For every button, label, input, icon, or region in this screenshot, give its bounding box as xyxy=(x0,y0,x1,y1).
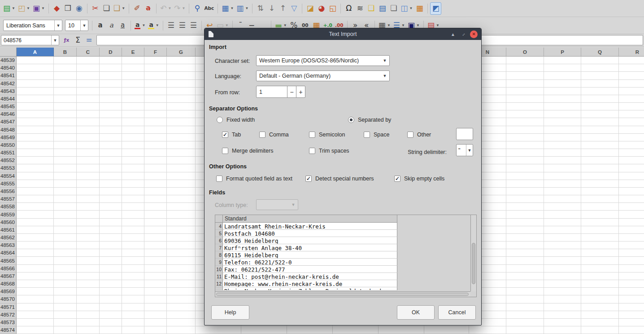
cell[interactable] xyxy=(77,234,100,242)
chevron-down-icon[interactable]: ▼ xyxy=(80,20,88,31)
cell[interactable] xyxy=(122,226,144,234)
cell[interactable] xyxy=(122,157,144,164)
cell[interactable] xyxy=(544,80,581,88)
cell[interactable] xyxy=(122,219,144,226)
undo-button[interactable]: ↶▼ xyxy=(159,2,173,15)
preview-column-header[interactable]: Standard xyxy=(223,215,397,223)
print-preview-button[interactable]: ◉ xyxy=(74,2,85,15)
cell[interactable] xyxy=(544,211,581,218)
cell[interactable] xyxy=(144,249,167,257)
cell[interactable] xyxy=(544,203,581,211)
cell[interactable] xyxy=(581,57,619,64)
row-header-48544[interactable]: 48544 xyxy=(0,95,17,103)
row-header-48539[interactable]: 48539 xyxy=(0,57,17,64)
cell[interactable] xyxy=(544,234,581,242)
cell[interactable] xyxy=(544,326,581,334)
preview-row[interactable]: 10Fax: 06221/522-477 xyxy=(215,266,397,273)
cell[interactable] xyxy=(469,326,506,334)
fixed-width-radio[interactable]: Fixed width xyxy=(217,116,255,123)
cell[interactable] xyxy=(544,295,581,303)
cell[interactable] xyxy=(122,134,144,141)
row-header-48560[interactable]: 48560 xyxy=(0,219,17,226)
cell[interactable] xyxy=(167,249,196,257)
cell[interactable] xyxy=(54,265,77,272)
cell[interactable] xyxy=(77,319,100,326)
clone-formatting-button[interactable]: ✐ xyxy=(131,2,143,15)
cell[interactable] xyxy=(619,80,644,88)
column-header-q[interactable]: Q xyxy=(581,48,619,57)
cell[interactable] xyxy=(122,211,144,218)
cell[interactable] xyxy=(544,95,581,103)
cell[interactable] xyxy=(100,195,122,203)
cell[interactable] xyxy=(17,188,54,195)
cell[interactable] xyxy=(167,172,196,180)
cell[interactable] xyxy=(581,226,619,234)
cell[interactable] xyxy=(581,211,619,218)
cell[interactable] xyxy=(581,203,619,211)
row-header-48556[interactable]: 48556 xyxy=(0,188,17,195)
cell[interactable] xyxy=(122,195,144,203)
cell[interactable] xyxy=(506,280,544,288)
cell[interactable] xyxy=(122,57,144,64)
row-header-48571[interactable]: 48571 xyxy=(0,303,17,311)
cell[interactable] xyxy=(167,326,196,334)
cell[interactable] xyxy=(17,280,54,288)
row-header-48574[interactable]: 48574 xyxy=(0,326,17,334)
cell[interactable] xyxy=(544,249,581,257)
cell[interactable] xyxy=(581,288,619,295)
sort-button[interactable]: ⇅ xyxy=(255,2,266,15)
cell[interactable] xyxy=(619,95,644,103)
cell[interactable] xyxy=(619,265,644,272)
new-spreadsheet-button[interactable]: ▤▼ xyxy=(2,2,17,15)
cell[interactable] xyxy=(544,280,581,288)
cell[interactable] xyxy=(17,110,54,118)
cell[interactable] xyxy=(506,326,544,334)
cell[interactable] xyxy=(581,95,619,103)
cell[interactable] xyxy=(619,180,644,188)
find-and-replace-button[interactable]: ⚲ xyxy=(191,2,203,15)
row-header-48546[interactable]: 48546 xyxy=(0,110,17,118)
cell[interactable] xyxy=(506,195,544,203)
cell[interactable] xyxy=(17,288,54,295)
cell[interactable] xyxy=(77,295,100,303)
cell[interactable] xyxy=(122,141,144,149)
cell[interactable] xyxy=(17,72,54,79)
cell[interactable] xyxy=(581,180,619,188)
tab-checkbox[interactable]: Tab xyxy=(222,131,241,138)
cell[interactable] xyxy=(506,295,544,303)
cell[interactable] xyxy=(54,188,77,195)
cell[interactable] xyxy=(506,157,544,164)
row-header-48569[interactable]: 48569 xyxy=(0,288,17,295)
align-center-button[interactable]: ☰ xyxy=(177,19,188,32)
cell[interactable] xyxy=(506,64,544,72)
row-header-48547[interactable]: 48547 xyxy=(0,118,17,126)
cell[interactable] xyxy=(581,326,619,334)
cell[interactable] xyxy=(77,110,100,118)
cell[interactable] xyxy=(122,72,144,79)
cell[interactable] xyxy=(54,326,77,334)
cell[interactable] xyxy=(100,295,122,303)
dropdown-arrow-icon[interactable]: ▼ xyxy=(416,23,420,27)
cell[interactable] xyxy=(100,257,122,264)
cell[interactable] xyxy=(77,188,100,195)
cell[interactable] xyxy=(17,219,54,226)
cell[interactable] xyxy=(506,188,544,195)
skip-empty-cells-checkbox[interactable]: Skip empty cells xyxy=(394,175,444,182)
cell[interactable] xyxy=(144,57,167,64)
cell[interactable] xyxy=(544,149,581,157)
clear-formatting-button[interactable]: a xyxy=(143,2,154,15)
cell[interactable] xyxy=(544,57,581,64)
cell[interactable] xyxy=(241,326,287,334)
cell[interactable] xyxy=(506,172,544,180)
charset-dropdown[interactable]: Western Europe (DOS/OS2-865/Nordic) ▼ xyxy=(256,55,390,66)
cell[interactable] xyxy=(54,234,77,242)
cell[interactable] xyxy=(54,57,77,64)
cell[interactable] xyxy=(77,211,100,218)
cell[interactable] xyxy=(581,110,619,118)
dropdown-arrow-icon[interactable]: ▼ xyxy=(225,23,229,27)
cell[interactable] xyxy=(54,157,77,164)
cell[interactable] xyxy=(100,219,122,226)
cell[interactable] xyxy=(144,72,167,79)
cell[interactable] xyxy=(100,64,122,72)
cell[interactable] xyxy=(54,303,77,311)
